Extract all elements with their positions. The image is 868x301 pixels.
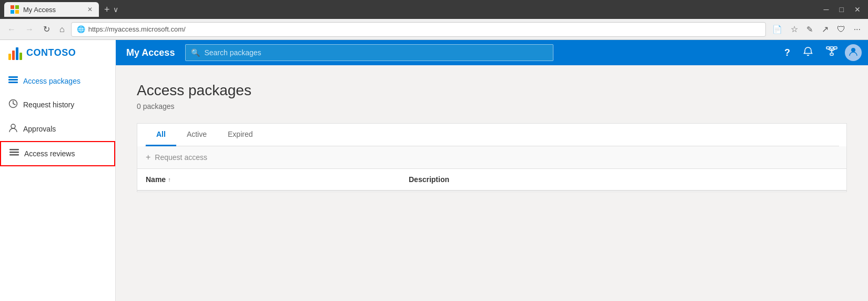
svg-rect-19 [9,154,19,156]
read-aloud-button[interactable]: ✎ [803,23,816,36]
column-description-label: Description [409,175,449,184]
address-bar[interactable]: 🌐 https://myaccess.microsoft.com/ [71,22,766,37]
company-name: CONTOSO [26,47,76,58]
page-title: Access packages [137,82,847,99]
tabs-container: All Active Expired [137,124,846,146]
url-text: https://myaccess.microsoft.com/ [88,25,186,33]
tab-all[interactable]: All [146,124,176,146]
svg-rect-4 [830,53,833,55]
logo-bar-4 [19,53,22,60]
network-button[interactable] [821,43,843,63]
refresh-button[interactable]: ↻ [40,22,53,36]
maximize-button[interactable]: □ [836,3,847,16]
network-icon [826,48,837,59]
avatar-icon [849,47,858,58]
approvals-icon [8,123,18,135]
close-window-button[interactable]: ✕ [851,3,864,16]
minimize-button[interactable]: ─ [821,3,832,16]
logo-section: CONTOSO [0,40,116,65]
request-history-icon [8,99,18,111]
access-reviews-icon [9,148,19,159]
svg-rect-12 [8,76,18,78]
tab-active-label: Active [187,130,207,138]
notification-icon [803,48,813,59]
contoso-logo: CONTOSO [8,45,76,60]
app-title: My Access [116,47,185,58]
svg-rect-18 [9,152,19,153]
tab-title-text: My Access [23,6,56,14]
content-wrapper: All Active Expired + Request access [137,123,847,192]
access-packages-label: Access packages [23,77,80,85]
table-bottom-border [137,190,846,192]
favorites-button[interactable]: ☆ [788,22,801,36]
svg-rect-0 [11,5,14,9]
help-button[interactable]: ? [779,44,795,62]
help-icon: ? [784,47,790,58]
column-name-label: Name [146,175,166,184]
logo-bar-2 [12,51,15,60]
column-description[interactable]: Description [409,175,838,184]
browser-tab[interactable]: My Access ✕ [4,2,99,17]
svg-rect-5 [826,47,830,49]
tab-close-button[interactable]: ✕ [87,6,93,13]
tab-list-button[interactable]: ∨ [113,5,118,14]
tab-expired-label: Expired [228,130,253,138]
app-header: CONTOSO My Access 🔍 Search packages ? [0,40,868,65]
address-bar-row: ← → ↻ ⌂ 🌐 https://myaccess.microsoft.com… [0,19,868,40]
package-count: 0 packages [137,102,847,111]
access-packages-icon [8,76,18,86]
table-toolbar[interactable]: + Request access [137,146,846,169]
svg-rect-3 [15,10,19,14]
header-actions: ? [779,43,868,63]
sidebar: Access packages Request history Approval… [0,65,116,301]
content-area: Access packages 0 packages All Active Ex… [116,65,868,301]
svg-point-11 [851,48,855,52]
tab-expired[interactable]: Expired [217,124,263,146]
main-layout: Access packages Request history Approval… [0,65,868,301]
logo-bar-1 [8,54,11,60]
browser-titlebar: My Access ✕ + ∨ ─ □ ✕ [0,0,868,19]
avatar-button[interactable] [845,44,862,61]
address-security-icon: 🌐 [77,25,85,33]
logo-bars-icon [8,45,22,60]
plus-icon: + [146,153,150,162]
svg-rect-6 [834,47,837,49]
request-access-button[interactable]: Request access [155,153,207,162]
shield-button[interactable]: 🛡 [834,23,849,36]
access-reviews-label: Access reviews [24,149,75,158]
reading-view-button[interactable]: 📄 [769,23,785,36]
svg-rect-14 [8,82,18,83]
share-button[interactable]: ↗ [819,22,832,36]
table-header: Name ↑ Description [137,169,846,190]
svg-rect-2 [11,10,14,14]
browser-action-buttons: 📄 ☆ ✎ ↗ 🛡 ··· [769,22,864,36]
search-placeholder-text: Search packages [204,48,261,57]
sort-ascending-icon: ↑ [168,176,171,183]
search-icon: 🔍 [191,48,200,57]
sidebar-item-approvals[interactable]: Approvals [0,117,115,141]
approvals-label: Approvals [23,125,56,133]
sidebar-item-access-reviews[interactable]: Access reviews [0,141,115,166]
tab-all-label: All [156,130,166,138]
svg-rect-7 [830,47,833,49]
svg-rect-17 [9,149,19,150]
logo-bar-3 [16,47,18,60]
column-name[interactable]: Name ↑ [146,175,409,184]
notification-button[interactable] [798,43,819,63]
search-box[interactable]: 🔍 Search packages [185,44,553,61]
new-tab-button[interactable]: + [104,4,110,15]
sidebar-item-access-packages[interactable]: Access packages [0,69,115,93]
tab-favicon [11,5,19,14]
svg-rect-1 [15,5,19,9]
svg-point-16 [11,124,15,128]
more-button[interactable]: ··· [851,23,864,36]
sidebar-item-request-history[interactable]: Request history [0,93,115,117]
request-history-label: Request history [23,101,74,109]
forward-button[interactable]: → [22,23,37,36]
home-button[interactable]: ⌂ [56,23,68,36]
svg-rect-13 [8,79,18,81]
back-button[interactable]: ← [4,23,19,36]
filter-tabs: All Active Expired [145,124,839,146]
tab-active[interactable]: Active [176,124,217,146]
